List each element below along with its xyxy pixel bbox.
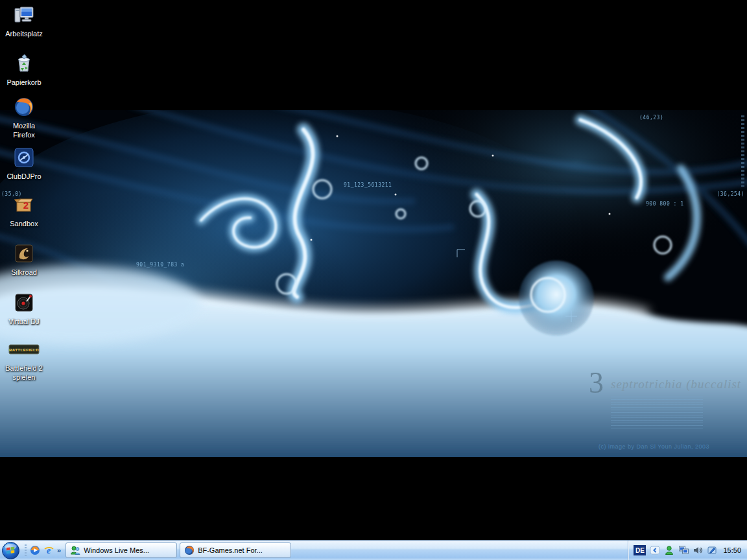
icon-label: Papierkorb	[1, 78, 47, 87]
desktop-icon-virtual-dj[interactable]: Virtual DJ	[1, 292, 47, 326]
start-button[interactable]	[2, 542, 19, 559]
desktop-icon-papierkorb[interactable]: Papierkorb	[1, 52, 47, 87]
wallpaper-credit: (c) image by Dan Si Youn Julian, 2003	[599, 443, 709, 450]
icon-label: Arbeitsplatz	[1, 29, 47, 38]
desktop-icon-mozilla-firefox[interactable]: Mozilla Firefox	[1, 96, 47, 139]
wallpaper: 3 septrotrichia (buccalist (c) image by …	[0, 110, 747, 457]
wallpaper-coord-label: (36,254)	[717, 191, 744, 197]
screen: 3 septrotrichia (buccalist (c) image by …	[0, 0, 747, 560]
tray-clock[interactable]: 15:50	[723, 546, 741, 554]
desktop-icon-silkroad[interactable]: Silkroad	[1, 242, 47, 277]
silkroad-icon	[13, 242, 35, 264]
internet-explorer-quicklaunch-icon[interactable]: e	[43, 545, 54, 555]
wallpaper-title: septrotrichia (buccalist	[611, 377, 741, 391]
quick-launch-overflow-chevron[interactable]: »	[57, 546, 61, 554]
taskbar-button-bfgames-forum[interactable]: BF-Games.net For...	[180, 542, 291, 558]
sandbox-icon: 2	[13, 194, 35, 216]
wallpaper-coord-label: 91_123_5613211	[344, 182, 392, 188]
windows-start-orb-icon	[2, 542, 19, 559]
messenger-icon	[70, 545, 80, 555]
recycle-bin-icon	[13, 52, 35, 75]
desktop[interactable]: 3 septrotrichia (buccalist (c) image by …	[0, 0, 747, 541]
quick-launch-handle[interactable]	[25, 544, 27, 556]
volume-tray-icon[interactable]	[693, 545, 703, 555]
language-indicator[interactable]: DE	[634, 545, 646, 555]
desktop-icon-clubdjpro[interactable]: ClubDJPro	[1, 146, 47, 181]
desktop-icon-battlefield2[interactable]: BATTLEFIELD Battlefield 2 spielen	[1, 341, 47, 382]
wallpaper-coord-label: 900 800 : 1	[646, 201, 683, 207]
icon-label: Silkroad	[1, 268, 47, 277]
icon-label: Battlefield 2 spielen	[1, 364, 47, 382]
battlefield2-icon: BATTLEFIELD	[8, 341, 40, 363]
desktop-icon-arbeitsplatz[interactable]: Arbeitsplatz	[1, 4, 47, 38]
wallpaper-coord-label: 901_9310_783 a	[136, 262, 184, 268]
media-player-quicklaunch-icon[interactable]	[30, 545, 40, 555]
taskbar-button-label: Windows Live Mes...	[84, 546, 149, 554]
icon-label: Virtual DJ	[1, 317, 47, 326]
firefox-icon	[184, 545, 195, 555]
messenger-tray-icon[interactable]	[664, 545, 674, 555]
icon-label: Mozilla Firefox	[1, 121, 47, 139]
clubdjpro-icon	[13, 146, 35, 169]
wallpaper-vertical-text	[741, 115, 744, 187]
wallpaper-coord-label: (46,23)	[639, 115, 663, 121]
battlefield-logo-text: BATTLEFIELD	[9, 348, 39, 352]
desktop-icon-sandbox[interactable]: 2 Sandbox	[1, 194, 47, 228]
icon-label: Sandbox	[1, 219, 47, 228]
taskbar-button-label: BF-Games.net For...	[198, 546, 263, 554]
wallpaper-glyph: 3	[589, 368, 604, 398]
pen-device-tray-icon[interactable]	[707, 545, 717, 555]
taskbar-button-windows-live-messenger[interactable]: Windows Live Mes...	[65, 542, 177, 558]
taskbar: e » Windows Live Mes...	[0, 540, 747, 560]
hide-icons-chevron-icon[interactable]	[650, 545, 660, 555]
icon-label: ClubDJPro	[1, 172, 47, 181]
sandbox-number: 2	[23, 200, 29, 211]
my-computer-icon	[13, 4, 35, 26]
network-tray-icon[interactable]	[678, 545, 689, 555]
quick-launch-bar: e »	[22, 541, 65, 560]
wallpaper-finetext	[611, 397, 703, 430]
svg-text:e: e	[47, 546, 51, 555]
virtual-dj-icon	[13, 292, 35, 314]
system-tray: DE	[628, 541, 747, 560]
firefox-icon	[13, 96, 35, 118]
